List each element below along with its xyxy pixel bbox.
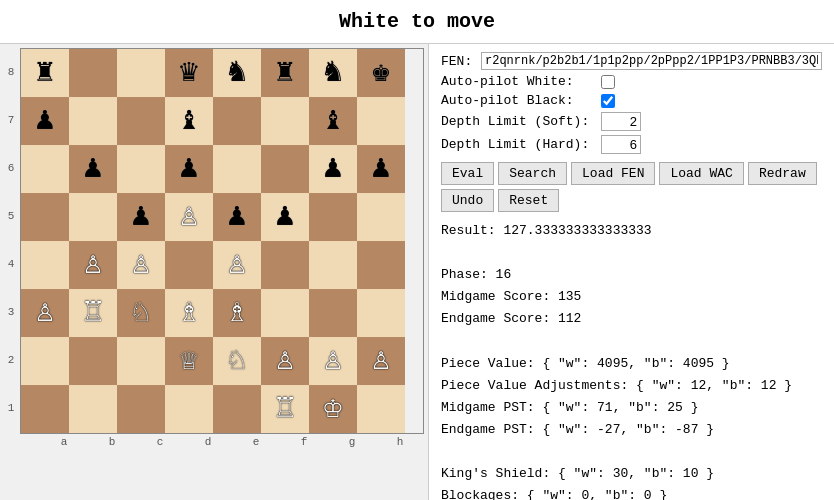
rank-label-5: 5	[4, 192, 18, 240]
square-b8[interactable]	[69, 49, 117, 97]
square-c5[interactable]: ♟	[117, 193, 165, 241]
square-d4[interactable]	[165, 241, 213, 289]
square-d1[interactable]	[165, 385, 213, 433]
square-g4[interactable]	[309, 241, 357, 289]
load-fen-button[interactable]: Load FEN	[571, 162, 655, 185]
file-label-g: g	[328, 436, 376, 448]
square-a5[interactable]	[21, 193, 69, 241]
square-c3[interactable]: ♘	[117, 289, 165, 337]
output-panel: Result: 127.333333333333333 Phase: 16 Mi…	[441, 220, 822, 500]
square-a2[interactable]	[21, 337, 69, 385]
piece-h2: ♙	[371, 345, 390, 377]
square-e8[interactable]: ♞	[213, 49, 261, 97]
square-e2[interactable]: ♘	[213, 337, 261, 385]
square-e6[interactable]	[213, 145, 261, 193]
square-f1[interactable]: ♖	[261, 385, 309, 433]
square-a3[interactable]: ♙	[21, 289, 69, 337]
square-e7[interactable]	[213, 97, 261, 145]
square-f6[interactable]	[261, 145, 309, 193]
piece-e8: ♞	[227, 57, 246, 89]
piece-h6: ♟	[371, 153, 390, 185]
square-a1[interactable]	[21, 385, 69, 433]
depth-soft-input[interactable]	[601, 112, 641, 131]
square-h1[interactable]	[357, 385, 405, 433]
square-b2[interactable]	[69, 337, 117, 385]
square-h8[interactable]: ♚	[357, 49, 405, 97]
eval-button[interactable]: Eval	[441, 162, 494, 185]
square-e3[interactable]: ♗	[213, 289, 261, 337]
search-button[interactable]: Search	[498, 162, 567, 185]
square-d5[interactable]: ♙	[165, 193, 213, 241]
depth-hard-input[interactable]	[601, 135, 641, 154]
square-d7[interactable]: ♝	[165, 97, 213, 145]
square-d6[interactable]: ♟	[165, 145, 213, 193]
piece-c4: ♙	[131, 249, 150, 281]
square-f7[interactable]	[261, 97, 309, 145]
piece-d6: ♟	[179, 153, 198, 185]
square-a4[interactable]	[21, 241, 69, 289]
square-f2[interactable]: ♙	[261, 337, 309, 385]
undo-button[interactable]: Undo	[441, 189, 494, 212]
chess-board[interactable]: ♜♛♞♜♞♚♟♝♝♟♟♟♟♟♙♟♟♙♙♙♙♖♘♗♗♕♘♙♙♙♖♔	[20, 48, 424, 434]
piece-a7: ♟	[35, 105, 54, 137]
rank-label-1: 1	[4, 384, 18, 432]
square-f5[interactable]: ♟	[261, 193, 309, 241]
load-wac-button[interactable]: Load WAC	[659, 162, 743, 185]
square-f8[interactable]: ♜	[261, 49, 309, 97]
square-b6[interactable]: ♟	[69, 145, 117, 193]
file-label-c: c	[136, 436, 184, 448]
square-f4[interactable]	[261, 241, 309, 289]
piece-b3: ♖	[83, 297, 102, 329]
square-b1[interactable]	[69, 385, 117, 433]
square-c2[interactable]	[117, 337, 165, 385]
autopilot-white-checkbox[interactable]	[601, 75, 615, 89]
square-g7[interactable]: ♝	[309, 97, 357, 145]
square-g3[interactable]	[309, 289, 357, 337]
square-b7[interactable]	[69, 97, 117, 145]
square-h7[interactable]	[357, 97, 405, 145]
square-b4[interactable]: ♙	[69, 241, 117, 289]
reset-button[interactable]: Reset	[498, 189, 559, 212]
square-a8[interactable]: ♜	[21, 49, 69, 97]
square-e5[interactable]: ♟	[213, 193, 261, 241]
square-g8[interactable]: ♞	[309, 49, 357, 97]
piece-b4: ♙	[83, 249, 102, 281]
square-b5[interactable]	[69, 193, 117, 241]
rank-label-2: 2	[4, 336, 18, 384]
square-a6[interactable]	[21, 145, 69, 193]
autopilot-black-label: Auto-pilot Black:	[441, 93, 601, 108]
square-h4[interactable]	[357, 241, 405, 289]
square-h6[interactable]: ♟	[357, 145, 405, 193]
square-b3[interactable]: ♖	[69, 289, 117, 337]
square-h5[interactable]	[357, 193, 405, 241]
square-c1[interactable]	[117, 385, 165, 433]
square-g2[interactable]: ♙	[309, 337, 357, 385]
square-c4[interactable]: ♙	[117, 241, 165, 289]
square-d3[interactable]: ♗	[165, 289, 213, 337]
toolbar: EvalSearchLoad FENLoad WACRedrawUndoRese…	[441, 162, 822, 212]
rank-label-7: 7	[4, 96, 18, 144]
square-f3[interactable]	[261, 289, 309, 337]
square-g1[interactable]: ♔	[309, 385, 357, 433]
square-g6[interactable]: ♟	[309, 145, 357, 193]
redraw-button[interactable]: Redraw	[748, 162, 817, 185]
square-h3[interactable]	[357, 289, 405, 337]
square-c7[interactable]	[117, 97, 165, 145]
piece-g8: ♞	[323, 57, 342, 89]
fen-input[interactable]	[481, 52, 822, 70]
square-a7[interactable]: ♟	[21, 97, 69, 145]
square-c6[interactable]	[117, 145, 165, 193]
file-label-a: a	[40, 436, 88, 448]
piece-g1: ♔	[323, 393, 342, 425]
rank-labels: 87654321	[4, 48, 18, 432]
square-d8[interactable]: ♛	[165, 49, 213, 97]
square-e1[interactable]	[213, 385, 261, 433]
square-c8[interactable]	[117, 49, 165, 97]
piece-e5: ♟	[227, 201, 246, 233]
square-h2[interactable]: ♙	[357, 337, 405, 385]
square-d2[interactable]: ♕	[165, 337, 213, 385]
square-g5[interactable]	[309, 193, 357, 241]
rank-label-6: 6	[4, 144, 18, 192]
autopilot-black-checkbox[interactable]	[601, 94, 615, 108]
square-e4[interactable]: ♙	[213, 241, 261, 289]
